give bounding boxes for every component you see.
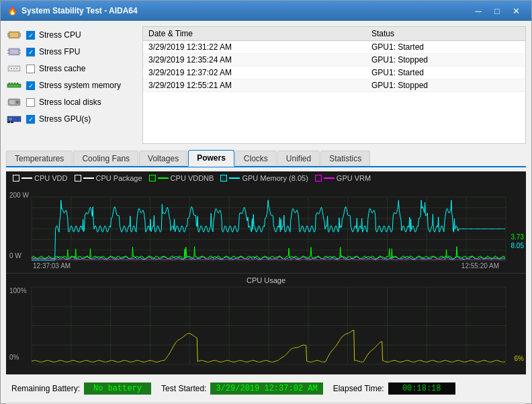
power-chart-val-top: 3.73 [511,233,524,241]
top-section: Stress CPU Str [6,26,526,144]
tab-temperatures[interactable]: Temperatures [6,151,73,166]
list-item: Stress FPU [6,44,137,59]
table-row: 3/29/2019 12:55:21 AMGPU1: Stopped [143,79,525,92]
minimize-button[interactable]: ─ [470,4,487,17]
gpu-icon [6,114,22,124]
legend-gpu-vrm-label: GPU VRM [337,174,371,182]
legend-cpu-vddnb-label: CPU VDDNB [171,174,214,182]
log-col-datetime: Date & Time [143,27,366,41]
test-started-label: Test Started: [161,384,206,393]
cpu-canvas [6,274,526,374]
svg-rect-37 [11,122,13,123]
battery-label: Remaining Battery: [11,384,80,393]
svg-rect-36 [7,122,10,123]
power-chart-x-left: 12:37:03 AM [33,262,71,270]
svg-rect-18 [16,68,17,69]
table-row: 3/29/2019 12:37:02 AMGPU1: Started [143,67,525,79]
stress-memory-label: Stress system memory [39,81,121,90]
title-controls: ─ □ ✕ [470,4,525,17]
tab-voltages[interactable]: Voltages [139,151,187,166]
cpu-chart: CPU Usage 100% 0% 6% [6,274,526,374]
legend-cpu-vddnb-check[interactable] [149,175,156,181]
svg-rect-26 [14,85,15,87]
stress-cache-checkbox[interactable] [26,65,35,73]
svg-rect-9 [10,50,18,54]
log-scroll-area[interactable]: Date & Time Status 3/29/2019 12:31:22 AM… [143,27,525,143]
svg-rect-25 [11,85,13,87]
legend-cpu-package: CPU Package [75,174,142,182]
legend-gpu-vrm: GPU VRM [315,174,371,182]
svg-rect-20 [9,83,10,84]
power-chart-val-bottom: 8.05 [511,242,524,249]
list-item: Stress cache [6,61,137,76]
svg-rect-29 [9,100,15,104]
svg-rect-27 [17,85,18,87]
fpu-icon [6,46,22,57]
stress-gpu-checkbox[interactable] [26,115,35,124]
stress-fpu-label: Stress FPU [39,47,80,56]
svg-rect-23 [17,83,18,84]
svg-point-31 [17,102,18,103]
main-window: 🔥 System Stability Test - AIDA64 ─ □ ✕ [0,0,532,404]
app-icon: 🔥 [7,6,17,15]
log-col-status: Status [366,27,525,41]
legend-cpu-vdd-color [21,177,32,179]
battery-status: Remaining Battery: No battery [11,382,151,395]
cache-icon [6,63,22,74]
tab-statistics[interactable]: Statistics [320,151,370,166]
svg-rect-21 [11,83,13,84]
legend-cpu-package-check[interactable] [75,175,81,181]
elapsed-status: Elapsed Time: 00:18:18 [333,382,455,395]
tabs-row: TemperaturesCooling FansVoltagesPowersCl… [6,149,526,167]
title-bar: 🔥 System Stability Test - AIDA64 ─ □ ✕ [1,1,531,21]
legend-cpu-vdd-check[interactable] [13,175,19,181]
log-panel: Date & Time Status 3/29/2019 12:31:22 AM… [142,26,526,144]
cpu-chart-title: CPU Usage [247,276,285,284]
power-canvas [6,171,526,273]
disk-icon [6,97,22,108]
table-row: 3/29/2019 12:35:24 AMGPU1: Stopped [143,54,525,67]
legend-cpu-package-label: CPU Package [96,174,142,182]
status-bar: Remaining Battery: No battery Test Start… [6,378,526,399]
window-close-button[interactable]: ✕ [507,4,525,17]
power-chart-y-max: 200 W [9,192,29,199]
legend-gpu-memory-label: GPU Memory (8.05) [242,174,308,182]
list-item: Stress local disks [6,95,137,110]
stress-cpu-checkbox[interactable] [26,31,35,40]
maximize-button[interactable]: □ [488,4,506,17]
legend-gpu-memory-check[interactable] [220,175,227,181]
stress-fpu-checkbox[interactable] [26,48,35,56]
legend-gpu-memory-color [229,177,240,179]
cpu-chart-y-min: 0% [9,354,19,361]
legend-cpu-vdd: CPU VDD [13,174,68,182]
legend-gpu-vrm-color [324,177,335,179]
chart-legend: CPU VDD CPU Package CPU VDDNB [13,174,371,182]
tab-clocks[interactable]: Clocks [235,151,277,166]
test-started-value: 3/29/2019 12:37:02 AM [210,382,322,395]
tab-unified[interactable]: Unified [277,151,320,166]
stress-gpu-label: Stress GPU(s) [39,114,91,124]
power-chart: CPU VDD CPU Package CPU VDDNB [6,171,526,274]
tab-powers[interactable]: Powers [188,150,234,167]
elapsed-label: Elapsed Time: [333,384,384,393]
title-bar-left: 🔥 System Stability Test - AIDA64 [7,6,138,15]
stress-cache-label: Stress cache [39,64,85,73]
power-chart-y-min: 0 W [9,252,21,259]
list-item: Stress CPU [6,28,137,42]
log-container: Date & Time Status 3/29/2019 12:31:22 AM… [143,27,525,143]
window-title: System Stability Test - AIDA64 [21,6,138,15]
charts-area: CPU VDD CPU Package CPU VDDNB [6,171,526,374]
stress-memory-checkbox[interactable] [26,81,35,90]
tab-cooling-fans[interactable]: Cooling Fans [73,151,138,166]
list-item: Stress GPU(s) [6,112,137,126]
legend-cpu-vddnb-color [158,177,169,179]
content-area: Stress CPU Str [1,21,531,404]
svg-rect-16 [11,68,12,69]
memory-icon [6,80,22,91]
stress-disks-checkbox[interactable] [26,98,35,107]
cpu-chart-y-max: 100% [9,287,27,294]
legend-gpu-vrm-check[interactable] [315,175,322,181]
svg-rect-1 [10,33,18,37]
stress-disks-label: Stress local disks [39,97,101,107]
battery-value: No battery [84,382,151,395]
